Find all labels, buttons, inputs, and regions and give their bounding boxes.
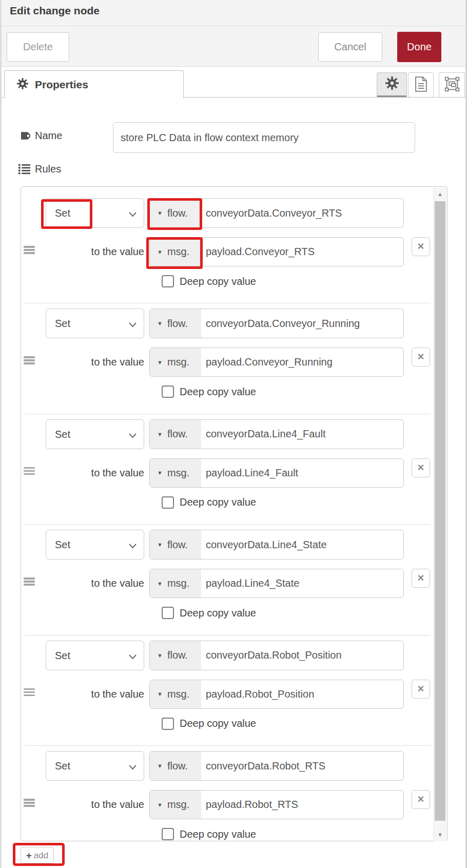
rule-action-select[interactable]: Set [46,308,144,338]
rule-target-prefix-button[interactable]: ▼ flow. [150,420,201,449]
remove-rule-button[interactable]: × [412,680,430,699]
rule-value-prefix-button[interactable]: ▼ msg. [150,569,201,597]
rule-value-prefix-button[interactable]: ▼ msg. [150,348,201,376]
rule-to-value-label: to the value [21,237,144,266]
rule-target-prefix-button[interactable]: ▼ flow. [150,530,201,559]
rule-target-prefix-button[interactable]: ▼ flow. [150,641,201,670]
rule-value-input[interactable] [201,348,403,376]
rule-value-input-group: ▼ msg. [149,237,404,266]
caret-down-icon: ▼ [157,431,163,437]
rule-target-prefix-button[interactable]: ▼ flow. [150,309,201,338]
dialog-title: Edit change node [10,5,100,17]
deep-copy-label: Deep copy value [180,607,256,619]
scroll-down-arrow[interactable]: ▼ [434,828,446,841]
chevron-down-icon [128,210,137,220]
properties-view-button[interactable] [377,72,407,98]
name-field-label-text: Name [35,130,62,142]
rule-target-input[interactable] [201,530,403,559]
rule-action-value: Set [55,641,70,670]
rule-target-prefix-label: flow. [167,760,188,772]
rule-target-input-group: ▼ flow. [149,641,404,670]
remove-rule-button[interactable]: × [412,237,430,256]
remove-rule-button[interactable]: × [412,790,430,809]
caret-down-icon: ▼ [157,652,163,659]
scroll-up-arrow[interactable]: ▲ [434,187,446,201]
deep-copy-label: Deep copy value [180,276,256,287]
rule-action-select[interactable]: Set [46,641,144,670]
rule-value-prefix-button[interactable]: ▼ msg. [150,238,201,266]
rule-value-input[interactable] [201,790,403,819]
deep-copy-checkbox[interactable] [162,275,174,287]
rule-value-input[interactable] [201,459,403,487]
rule-action-select[interactable]: Set [46,751,144,781]
deep-copy-label: Deep copy value [180,386,256,398]
rule-value-input-group: ▼ msg. [149,569,404,598]
rule-value-input[interactable] [201,680,403,708]
delete-button[interactable]: Delete [7,32,69,62]
rule-action-value: Set [55,420,70,449]
caret-down-icon: ▼ [157,691,163,697]
rule-action-select[interactable]: Set [46,530,144,560]
deep-copy-checkbox[interactable] [162,828,174,840]
name-input[interactable] [113,122,415,153]
rule-value-input-group: ▼ msg. [149,680,404,709]
rule-target-input-group: ▼ flow. [149,530,404,560]
rule-value-input[interactable] [201,238,403,266]
rule-value-prefix-button[interactable]: ▼ msg. [150,680,201,708]
rule-target-input-group: ▼ flow. [149,198,404,228]
deep-copy-label: Deep copy value [180,828,256,840]
chevron-down-icon [128,763,137,773]
rule-value-prefix-label: msg. [167,356,189,368]
rule-target-prefix-label: flow. [167,318,188,330]
rule-value-prefix-button[interactable]: ▼ msg. [150,790,201,819]
scrollbar-thumb[interactable] [435,201,445,821]
caret-down-icon: ▼ [157,581,163,587]
deep-copy-checkbox[interactable] [162,718,174,730]
remove-rule-button[interactable]: × [412,348,430,367]
rule-target-input-group: ▼ flow. [149,308,404,338]
dialog-toolbar: Delete Cancel Done [2,26,465,67]
rules-section-label-text: Rules [35,163,61,175]
chevron-down-icon [128,542,137,551]
rule-value-input-group: ▼ msg. [149,458,404,488]
tab-bar: Properties [2,67,465,98]
appearance-view-button[interactable] [439,72,465,98]
rule-target-input[interactable] [201,751,403,780]
list-icon [18,164,30,175]
rule-target-input[interactable] [201,199,403,227]
rule-action-select[interactable]: Set [46,198,144,228]
rule-row: Set ▼ flow. to the value ▼ [21,524,433,635]
cancel-button[interactable]: Cancel [318,32,382,62]
deep-copy-checkbox[interactable] [162,496,174,509]
rule-value-prefix-button[interactable]: ▼ msg. [150,459,201,487]
rule-target-prefix-button[interactable]: ▼ flow. [150,199,201,227]
rule-to-value-label: to the value [21,680,144,709]
deep-copy-checkbox[interactable] [162,607,174,619]
rules-scrollbar[interactable]: ▲ ▼ [433,187,446,841]
caret-down-icon: ▼ [157,249,163,255]
rule-target-input[interactable] [201,420,403,449]
rule-value-input-group: ▼ msg. [149,790,404,819]
description-view-button[interactable] [408,72,434,98]
chevron-down-icon [128,432,137,441]
gear-icon [385,76,399,92]
done-button[interactable]: Done [397,32,441,62]
deep-copy-checkbox[interactable] [162,385,174,398]
rule-row: Set ▼ flow. to the value ▼ [21,187,433,303]
rule-target-input[interactable] [201,309,403,338]
rule-target-prefix-label: flow. [167,207,188,219]
remove-rule-button[interactable]: × [412,569,430,588]
caret-down-icon: ▼ [157,320,163,326]
rule-target-input[interactable] [201,641,403,670]
tab-properties[interactable]: Properties [4,70,184,98]
add-rule-button[interactable]: + add [21,847,54,863]
name-field-label: Name [18,130,62,142]
caret-down-icon: ▼ [157,763,163,769]
rule-action-select[interactable]: Set [46,419,144,449]
add-rule-button-label: add [34,851,48,860]
rule-target-prefix-button[interactable]: ▼ flow. [150,751,201,780]
rule-action-value: Set [55,751,70,780]
chevron-down-icon [128,321,137,330]
remove-rule-button[interactable]: × [412,458,430,477]
rule-value-input[interactable] [201,569,403,597]
